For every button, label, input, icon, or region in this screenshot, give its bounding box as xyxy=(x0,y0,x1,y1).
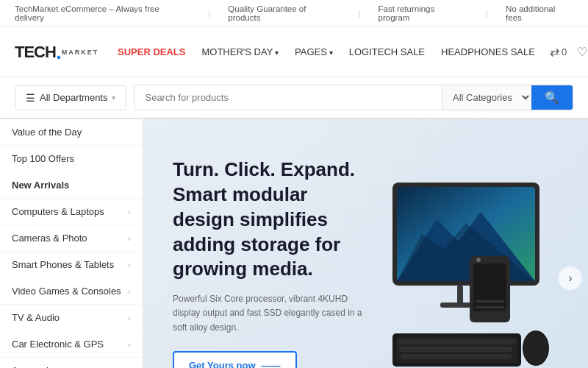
all-departments-btn[interactable]: ☰ All Departments ▾ xyxy=(15,85,126,110)
logo-market: MARKET xyxy=(62,49,99,56)
hero-description: Powerful Six Core processor, vibrant 4KU… xyxy=(173,292,364,335)
category-select[interactable]: All Categories Electronics Computers Pho… xyxy=(442,85,531,110)
main-nav: SUPER DEALS MOTHER'S DAY PAGES LOGITECH … xyxy=(118,46,535,57)
topbar-item-2: Quality Guarantee of products xyxy=(228,4,340,22)
wishlist-btn[interactable]: ♡ 0 xyxy=(577,45,588,59)
topbar-sep-2: | xyxy=(359,9,361,18)
svg-rect-16 xyxy=(401,354,512,359)
sidebar-item-7[interactable]: TV & Audio› xyxy=(0,305,143,331)
compare-icon: ⇄ xyxy=(550,45,559,59)
svg-rect-14 xyxy=(398,339,516,344)
logo[interactable]: TECH.MARKET xyxy=(15,42,103,63)
sidebar-item-3[interactable]: Computers & Laptops› xyxy=(0,199,143,225)
search-button[interactable]: 🔍 xyxy=(531,85,573,110)
sidebar-arrow-icon-8: › xyxy=(128,340,131,349)
sidebar-arrow-icon-5: › xyxy=(128,261,131,269)
sidebar-item-1[interactable]: Top 100 Offers xyxy=(0,146,143,172)
sidebar-item-label-1: Top 100 Offers xyxy=(12,153,74,164)
compare-count: 0 xyxy=(562,46,567,57)
sidebar: Value of the DayTop 100 OffersNew Arriva… xyxy=(0,119,143,368)
sidebar-item-0[interactable]: Value of the Day xyxy=(0,119,143,146)
search-input[interactable] xyxy=(135,85,442,110)
topbar-sep-3: | xyxy=(486,9,488,18)
sidebar-item-label-5: Smart Phones & Tablets xyxy=(12,259,114,270)
sidebar-item-8[interactable]: Car Electronic & GPS› xyxy=(0,331,143,358)
nav-item-mothers-day[interactable]: MOTHER'S DAY xyxy=(201,46,279,57)
sidebar-item-label-8: Car Electronic & GPS xyxy=(12,339,104,350)
sidebar-item-9[interactable]: Accesories› xyxy=(0,358,143,368)
sidebar-item-label-9: Accesories xyxy=(12,365,59,368)
svg-rect-8 xyxy=(473,263,506,311)
sidebar-item-4[interactable]: Cameras & Photo› xyxy=(0,225,143,252)
sidebar-arrow-icon-4: › xyxy=(128,234,131,243)
sidebar-item-2[interactable]: New Arrivals xyxy=(0,172,143,199)
svg-rect-11 xyxy=(476,306,504,308)
sidebar-arrow-icon-7: › xyxy=(128,314,131,322)
nav-item-logitech[interactable]: LOGITECH SALE xyxy=(349,46,425,57)
compare-btn[interactable]: ⇄ 0 xyxy=(550,45,567,59)
nav-item-pages[interactable]: PAGES xyxy=(295,46,333,57)
hero-next-chevron[interactable]: › xyxy=(559,266,582,290)
nav-item-super-deals[interactable]: SUPER DEALS xyxy=(118,46,185,57)
sidebar-item-label-6: Video Games & Consoles xyxy=(12,286,121,297)
sidebar-item-label-7: TV & Audio xyxy=(12,312,60,323)
all-dept-label: All Departments xyxy=(40,92,107,103)
main-layout: Value of the DayTop 100 OffersNew Arriva… xyxy=(0,119,588,368)
topbar-sep-1: | xyxy=(208,9,210,18)
sidebar-item-label-4: Cameras & Photo xyxy=(12,233,87,244)
sidebar-item-label-2: New Arrivals xyxy=(12,180,69,191)
topbar-item-3: Fast returnings program xyxy=(379,4,469,22)
svg-rect-10 xyxy=(476,300,504,302)
hamburger-icon: ☰ xyxy=(26,92,35,104)
hero-cta-button[interactable]: Get Yours now —— xyxy=(173,351,297,368)
hero-banner: Turn. Click. Expand. Smart modular desig… xyxy=(143,119,588,368)
search-wrap: All Categories Electronics Computers Pho… xyxy=(134,85,573,110)
dept-chevron-icon: ▾ xyxy=(112,93,115,102)
nav-item-headphones[interactable]: HEADPHONES SALE xyxy=(441,46,535,57)
logo-tech: TECH xyxy=(15,43,56,62)
sidebar-item-6[interactable]: Video Games & Consoles› xyxy=(0,278,143,305)
hero-cta-label: Get Yours now xyxy=(189,360,256,368)
search-icon: 🔍 xyxy=(545,91,559,105)
heart-icon: ♡ xyxy=(577,45,587,59)
svg-point-19 xyxy=(524,332,548,364)
hero-title: Turn. Click. Expand. Smart modular desig… xyxy=(173,158,364,282)
logo-dot: . xyxy=(56,42,61,63)
header-icons: ⇄ 0 ♡ 0 🛒 0 Your Cart $0.00 xyxy=(550,35,588,69)
sidebar-item-label-0: Value of the Day xyxy=(12,127,82,138)
header: TECH.MARKET SUPER DEALS MOTHER'S DAY PAG… xyxy=(0,27,588,77)
svg-point-9 xyxy=(476,258,481,262)
sidebar-arrow-icon-3: › xyxy=(128,208,131,216)
top-bar: TechMarket eCommerce – Always free deliv… xyxy=(0,0,588,27)
sidebar-arrow-icon-6: › xyxy=(128,287,131,296)
svg-rect-15 xyxy=(398,347,512,352)
sidebar-item-5[interactable]: Smart Phones & Tablets› xyxy=(0,252,143,278)
topbar-item-1: TechMarket eCommerce – Always free deliv… xyxy=(15,4,190,22)
search-row: ☰ All Departments ▾ All Categories Elect… xyxy=(0,77,588,119)
svg-rect-5 xyxy=(457,286,463,304)
topbar-item-4: No additional fees xyxy=(506,4,573,22)
hero-cta-arrow-icon: —— xyxy=(262,360,281,368)
hero-content: Turn. Click. Expand. Smart modular desig… xyxy=(143,128,393,368)
sidebar-item-label-3: Computers & Laptops xyxy=(12,206,104,217)
